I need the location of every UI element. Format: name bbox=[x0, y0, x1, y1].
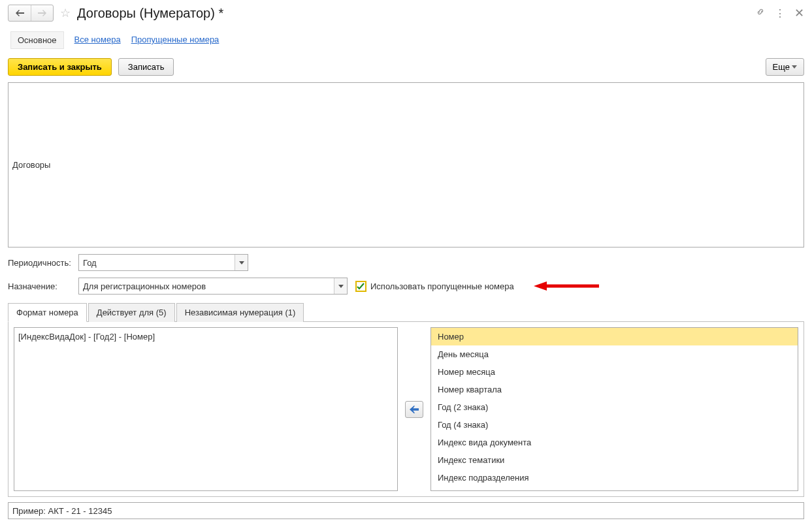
section-tab-main[interactable]: Основное bbox=[10, 31, 64, 49]
section-tab-skipped-numbers[interactable]: Пропущенные номера bbox=[131, 31, 219, 49]
kebab-menu-icon[interactable]: ⋮ bbox=[775, 7, 785, 20]
close-icon[interactable]: ✕ bbox=[794, 6, 804, 20]
token-item[interactable]: Индекс тематики bbox=[431, 451, 798, 469]
arrow-left-icon bbox=[15, 9, 24, 17]
nav-forward-button[interactable] bbox=[31, 5, 53, 21]
favorite-star-icon[interactable]: ☆ bbox=[60, 6, 71, 20]
token-item[interactable]: Год (4 знака) bbox=[431, 416, 798, 434]
arrow-left-icon bbox=[410, 405, 419, 414]
example-text: Пример: АКТ - 21 - 12345 bbox=[12, 506, 112, 516]
token-item[interactable]: Индекс подразделения bbox=[431, 469, 798, 487]
nav-back-button[interactable] bbox=[8, 5, 31, 21]
purpose-label: Назначение: bbox=[8, 281, 74, 291]
tab-applies-for[interactable]: Действует для (5) bbox=[88, 303, 175, 322]
link-icon[interactable] bbox=[755, 7, 766, 20]
section-tab-all-numbers[interactable]: Все номера bbox=[74, 31, 121, 49]
name-value: Договоры bbox=[12, 160, 50, 170]
token-item[interactable]: Номер месяца bbox=[431, 363, 798, 381]
save-button[interactable]: Записать bbox=[118, 58, 174, 76]
periodicity-value: Год bbox=[79, 255, 235, 270]
format-template-input[interactable]: [ИндексВидаДок] - [Год2] - [Номер] bbox=[14, 327, 398, 491]
name-input[interactable]: Договоры bbox=[8, 82, 804, 248]
svg-marker-1 bbox=[534, 281, 547, 291]
toolbar: Записать и закрыть Записать Еще bbox=[8, 58, 804, 76]
token-item[interactable]: Индекс вида документа bbox=[431, 434, 798, 451]
check-icon bbox=[357, 282, 365, 291]
chevron-down-icon bbox=[235, 255, 248, 270]
token-item[interactable]: Индекс контрагента bbox=[431, 487, 798, 491]
token-item[interactable]: Номер квартала bbox=[431, 381, 798, 398]
tokens-list[interactable]: НомерДень месяцаНомер месяцаНомер кварта… bbox=[430, 327, 798, 491]
periodicity-select[interactable]: Год bbox=[78, 254, 248, 271]
tab-format[interactable]: Формат номера bbox=[8, 303, 87, 322]
use-skipped-label: Использовать пропущенные номера bbox=[370, 281, 514, 291]
page-title: Договоры (Нумератор) * bbox=[77, 6, 751, 21]
annotation-arrow-icon bbox=[534, 280, 599, 292]
periodicity-label: Периодичность: bbox=[8, 258, 74, 268]
token-item[interactable]: Номер bbox=[431, 328, 798, 345]
tab-independent-numbering[interactable]: Независимая нумерация (1) bbox=[176, 303, 304, 322]
section-tabs: Основное Все номера Пропущенные номера bbox=[8, 31, 804, 53]
format-tabs: Формат номера Действует для (5) Независи… bbox=[8, 302, 804, 322]
more-menu-button[interactable]: Еще bbox=[766, 58, 804, 76]
nav-buttons bbox=[8, 5, 54, 22]
purpose-value: Для регистрационных номеров bbox=[79, 278, 334, 294]
purpose-select[interactable]: Для регистрационных номеров bbox=[78, 278, 348, 295]
use-skipped-checkbox[interactable] bbox=[355, 281, 366, 292]
token-item[interactable]: Год (2 знака) bbox=[431, 398, 798, 416]
arrow-right-icon bbox=[38, 9, 47, 17]
more-label: Еще bbox=[773, 62, 790, 72]
save-and-close-button[interactable]: Записать и закрыть bbox=[8, 58, 112, 76]
token-item[interactable]: День месяца bbox=[431, 345, 798, 363]
chevron-down-icon bbox=[334, 278, 347, 294]
insert-token-button[interactable] bbox=[405, 401, 423, 418]
example-output: Пример: АКТ - 21 - 12345 bbox=[8, 502, 804, 519]
format-template-value: [ИндексВидаДок] - [Год2] - [Номер] bbox=[18, 332, 155, 342]
